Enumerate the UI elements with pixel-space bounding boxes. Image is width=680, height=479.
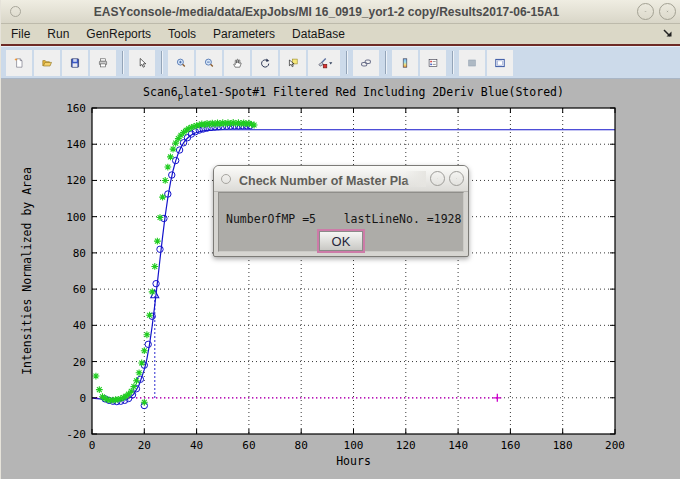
menu-tools[interactable]: Tools bbox=[168, 27, 196, 41]
chevron-down-icon bbox=[644, 6, 647, 17]
svg-text:200: 200 bbox=[605, 439, 625, 452]
svg-text:100: 100 bbox=[66, 211, 86, 224]
printer-icon bbox=[97, 53, 109, 73]
hand-icon bbox=[231, 53, 243, 73]
link-icon bbox=[360, 53, 372, 73]
svg-text:0: 0 bbox=[79, 392, 86, 405]
svg-text:80: 80 bbox=[73, 247, 86, 260]
plot-tools-show-button[interactable] bbox=[487, 50, 513, 76]
svg-text:140: 140 bbox=[448, 439, 468, 452]
plot-tools-show-icon bbox=[494, 53, 506, 73]
toolbar-separator bbox=[385, 51, 386, 74]
svg-text:60: 60 bbox=[73, 283, 86, 296]
colorbar-button[interactable] bbox=[392, 50, 418, 76]
svg-text:60: 60 bbox=[242, 439, 255, 452]
check-master-plates-dialog: Check Number of Master Pla NumberOfMP =5… bbox=[213, 165, 469, 257]
cursor-arrow-icon bbox=[136, 53, 148, 73]
toolbar-separator bbox=[346, 51, 347, 74]
print-button[interactable] bbox=[90, 50, 116, 76]
svg-text:40: 40 bbox=[190, 439, 203, 452]
toolbar-separator bbox=[161, 51, 162, 74]
menu-parameters[interactable]: Parameters bbox=[213, 27, 275, 41]
y-axis-label: Intensities Normalized by Area bbox=[20, 167, 34, 375]
menu-bar: FileRunGenReportsToolsParametersDataBase bbox=[1, 24, 680, 44]
new-file-icon bbox=[13, 53, 25, 73]
colorbar-icon bbox=[399, 53, 411, 73]
pan-button[interactable] bbox=[224, 50, 250, 76]
svg-text:0: 0 bbox=[89, 439, 96, 452]
window-menu-circle-icon[interactable] bbox=[10, 6, 21, 17]
zoom-out-icon bbox=[203, 53, 215, 73]
svg-text:-20: -20 bbox=[66, 428, 86, 441]
window-title: EASYconsole-/media/data/ExpJobs/MI 16_09… bbox=[21, 5, 632, 19]
arrow-down-right-icon bbox=[662, 27, 674, 39]
svg-text:40: 40 bbox=[73, 319, 86, 332]
svg-text:140: 140 bbox=[66, 138, 86, 151]
menu-overflow-arrow[interactable] bbox=[662, 27, 674, 42]
plot-tools-hide-button[interactable] bbox=[459, 50, 485, 76]
data-cursor-button[interactable] bbox=[280, 50, 306, 76]
zoom-in-icon bbox=[175, 53, 187, 73]
menu-genreports[interactable]: GenReports bbox=[86, 27, 151, 41]
svg-text:160: 160 bbox=[500, 439, 520, 452]
legend-icon bbox=[427, 53, 439, 73]
pointer-tool-button[interactable] bbox=[129, 50, 155, 76]
svg-text:120: 120 bbox=[66, 174, 86, 187]
svg-text:80: 80 bbox=[295, 439, 308, 452]
svg-text:180: 180 bbox=[553, 439, 573, 452]
chevron-down-icon bbox=[437, 174, 438, 183]
link-plots-button[interactable] bbox=[353, 50, 379, 76]
menu-items: FileRunGenReportsToolsParametersDataBase bbox=[11, 27, 345, 41]
plot-area[interactable]: 020406080100120140160180200-200204060801… bbox=[1, 79, 680, 479]
rotate-icon bbox=[259, 53, 271, 73]
zoom-in-button[interactable] bbox=[168, 50, 194, 76]
close-icon bbox=[456, 174, 457, 183]
svg-text:20: 20 bbox=[73, 356, 86, 369]
plot-tools-hide-icon bbox=[466, 53, 478, 73]
ok-button[interactable]: OK bbox=[319, 231, 363, 251]
plot-title: Scan6plate1-Spot#1 Filtered Red Includin… bbox=[143, 85, 564, 101]
figure-area: 020406080100120140160180200-200204060801… bbox=[1, 79, 680, 479]
menu-run[interactable]: Run bbox=[47, 27, 69, 41]
rotate-3d-button[interactable] bbox=[252, 50, 278, 76]
toolbar-separator bbox=[452, 51, 453, 74]
dialog-shade-button[interactable] bbox=[430, 171, 445, 186]
new-file-button[interactable] bbox=[6, 50, 32, 76]
svg-text:100: 100 bbox=[344, 439, 364, 452]
floppy-disk-icon bbox=[69, 53, 81, 73]
x-axis-label: Hours bbox=[336, 454, 371, 468]
brush-button[interactable] bbox=[308, 50, 340, 76]
legend-button[interactable] bbox=[420, 50, 446, 76]
zoom-out-button[interactable] bbox=[196, 50, 222, 76]
close-button[interactable] bbox=[659, 3, 676, 20]
menu-database[interactable]: DataBase bbox=[292, 27, 345, 41]
dialog-close-button[interactable] bbox=[449, 171, 464, 186]
shade-button[interactable] bbox=[637, 3, 654, 20]
svg-text:20: 20 bbox=[138, 439, 151, 452]
close-icon bbox=[666, 6, 669, 17]
dialog-title-wrap: Check Number of Master Pla bbox=[239, 171, 426, 187]
dialog-body: NumberOfMP =5 lastLineNo. =1928 OK bbox=[218, 192, 464, 252]
toolbar-separator bbox=[122, 51, 123, 74]
window-titlebar: EASYconsole-/media/data/ExpJobs/MI 16_09… bbox=[1, 0, 680, 24]
data-cursor-icon bbox=[287, 53, 299, 73]
menu-file[interactable]: File bbox=[11, 27, 30, 41]
svg-text:120: 120 bbox=[396, 439, 416, 452]
brush-icon bbox=[315, 53, 333, 73]
toolbar bbox=[1, 46, 680, 79]
open-file-button[interactable] bbox=[34, 50, 60, 76]
svg-text:160: 160 bbox=[66, 102, 86, 115]
save-button[interactable] bbox=[62, 50, 88, 76]
dialog-title: Check Number of Master Pla bbox=[239, 174, 409, 187]
dialog-menu-circle-icon[interactable] bbox=[221, 174, 231, 184]
open-folder-icon bbox=[41, 53, 53, 73]
dialog-titlebar[interactable]: Check Number of Master Pla bbox=[214, 166, 468, 192]
dialog-message: NumberOfMP =5 lastLineNo. =1928 bbox=[226, 212, 461, 226]
